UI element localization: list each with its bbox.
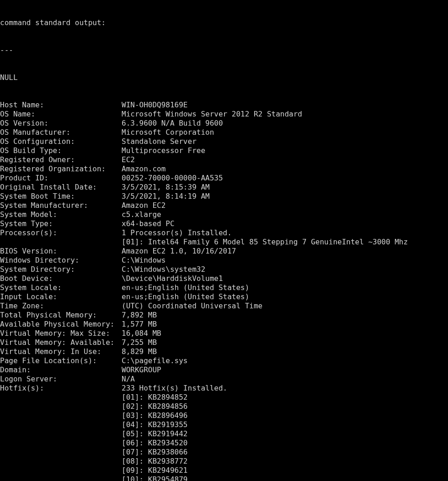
systeminfo-row: Input Locale:en-us;English (United State…	[0, 292, 448, 301]
field-value: [01]: KB2894852	[122, 393, 188, 402]
field-label	[0, 429, 122, 439]
field-value: Standalone Server	[122, 137, 197, 146]
systeminfo-table: Host Name:WIN-OH0DQ98169EOS Name:Microso…	[0, 100, 448, 481]
field-value: Microsoft Corporation	[122, 128, 214, 137]
field-label	[0, 402, 122, 411]
header-line-3: NULL	[0, 73, 448, 82]
field-value: [10]: KB2954879	[122, 475, 188, 481]
systeminfo-row: Product ID:00252-70000-00000-AA535	[0, 174, 448, 183]
field-label: OS Name:	[0, 110, 122, 119]
field-label: Hotfix(s):	[0, 384, 122, 393]
field-value: 1 Processor(s) Installed.	[122, 228, 232, 238]
field-label: System Manufacturer:	[0, 201, 122, 210]
systeminfo-row: Time Zone:(UTC) Coordinated Universal Ti…	[0, 301, 448, 311]
systeminfo-row: Registered Owner:EC2	[0, 155, 448, 164]
systeminfo-row: System Locale:en-us;English (United Stat…	[0, 283, 448, 292]
systeminfo-row: [08]: KB2938772	[0, 457, 448, 466]
field-label	[0, 448, 122, 457]
field-value: [04]: KB2919355	[122, 420, 188, 429]
field-label	[0, 475, 122, 481]
field-value: 3/5/2021, 8:15:39 AM	[122, 183, 210, 192]
systeminfo-row: System Type:x64-based PC	[0, 219, 448, 228]
field-label: Boot Device:	[0, 274, 122, 283]
field-label: System Type:	[0, 219, 122, 228]
field-value: en-us;English (United States)	[122, 283, 249, 292]
systeminfo-row: [06]: KB2934520	[0, 439, 448, 448]
field-label: BIOS Version:	[0, 247, 122, 256]
field-value: Microsoft Windows Server 2012 R2 Standar…	[122, 110, 302, 119]
field-label: System Locale:	[0, 283, 122, 292]
field-label	[0, 420, 122, 429]
systeminfo-row: System Model:c5.xlarge	[0, 210, 448, 219]
systeminfo-row: [01]: KB2894852	[0, 393, 448, 402]
systeminfo-row: Domain:WORKGROUP	[0, 365, 448, 375]
systeminfo-row: Hotfix(s):233 Hotfix(s) Installed.	[0, 384, 448, 393]
systeminfo-row: Virtual Memory: Max Size:16,084 MB	[0, 329, 448, 338]
field-label	[0, 457, 122, 466]
field-label	[0, 411, 122, 420]
systeminfo-row: [07]: KB2938066	[0, 448, 448, 457]
systeminfo-row: System Directory:C:\Windows\system32	[0, 265, 448, 274]
systeminfo-row: Virtual Memory: Available:7,255 MB	[0, 338, 448, 347]
field-label: Total Physical Memory:	[0, 311, 122, 320]
systeminfo-row: Original Install Date:3/5/2021, 8:15:39 …	[0, 183, 448, 192]
field-label: Page File Location(s):	[0, 356, 122, 365]
field-label: OS Manufacturer:	[0, 128, 122, 137]
field-value: Amazon EC2 1.0, 10/16/2017	[122, 247, 236, 256]
systeminfo-row: Page File Location(s):C:\pagefile.sys	[0, 356, 448, 365]
field-label: Registered Owner:	[0, 155, 122, 164]
systeminfo-row: [03]: KB2896496	[0, 411, 448, 420]
field-value: 3/5/2021, 8:14:19 AM	[122, 192, 210, 201]
field-value: WIN-OH0DQ98169E	[122, 100, 188, 110]
field-value: en-us;English (United States)	[122, 292, 249, 301]
field-label: Host Name:	[0, 100, 122, 110]
field-value: (UTC) Coordinated Universal Time	[122, 301, 262, 311]
field-label: Registered Organization:	[0, 164, 122, 174]
field-value: 16,084 MB	[122, 329, 161, 338]
field-value: [08]: KB2938772	[122, 457, 188, 466]
field-label: Product ID:	[0, 174, 122, 183]
field-label: Virtual Memory: Available:	[0, 338, 122, 347]
field-label: System Boot Time:	[0, 192, 122, 201]
field-value: C:\Windows	[122, 256, 165, 265]
field-value: \Device\HarddiskVolume1	[122, 274, 223, 283]
field-label: Processor(s):	[0, 228, 122, 238]
field-label: OS Version:	[0, 119, 122, 128]
field-label	[0, 238, 122, 247]
systeminfo-row: [02]: KB2894856	[0, 402, 448, 411]
field-value: [07]: KB2938066	[122, 448, 188, 457]
field-value: WORKGROUP	[122, 365, 161, 375]
systeminfo-row: Logon Server:N/A	[0, 375, 448, 384]
field-value: [03]: KB2896496	[122, 411, 188, 420]
field-value: [02]: KB2894856	[122, 402, 188, 411]
field-label: Virtual Memory: In Use:	[0, 347, 122, 356]
field-value: x64-based PC	[122, 219, 175, 228]
systeminfo-row: System Manufacturer:Amazon EC2	[0, 201, 448, 210]
systeminfo-row: Total Physical Memory:7,892 MB	[0, 311, 448, 320]
field-label: Virtual Memory: Max Size:	[0, 329, 122, 338]
field-label: OS Build Type:	[0, 146, 122, 155]
systeminfo-row: OS Manufacturer:Microsoft Corporation	[0, 128, 448, 137]
field-value: Amazon EC2	[122, 201, 165, 210]
systeminfo-row: BIOS Version:Amazon EC2 1.0, 10/16/2017	[0, 247, 448, 256]
systeminfo-row: OS Version:6.3.9600 N/A Build 9600	[0, 119, 448, 128]
field-value: 7,255 MB	[122, 338, 157, 347]
systeminfo-row: Host Name:WIN-OH0DQ98169E	[0, 100, 448, 110]
systeminfo-row: [05]: KB2919442	[0, 429, 448, 439]
systeminfo-row: OS Configuration:Standalone Server	[0, 137, 448, 146]
field-label	[0, 393, 122, 402]
systeminfo-row: System Boot Time:3/5/2021, 8:14:19 AM	[0, 192, 448, 201]
field-label: Original Install Date:	[0, 183, 122, 192]
systeminfo-row: [10]: KB2954879	[0, 475, 448, 481]
header-line-1: command standard output:	[0, 18, 448, 27]
field-value: C:\Windows\system32	[122, 265, 205, 274]
terminal-output: command standard output: --- NULL Host N…	[0, 0, 448, 481]
field-value: 6.3.9600 N/A Build 9600	[122, 119, 223, 128]
field-label: Time Zone:	[0, 301, 122, 311]
field-value: 7,892 MB	[122, 311, 157, 320]
field-label: Input Locale:	[0, 292, 122, 301]
field-label: System Directory:	[0, 265, 122, 274]
field-value: 8,829 MB	[122, 347, 157, 356]
field-value: N/A	[122, 375, 135, 384]
field-label: Domain:	[0, 365, 122, 375]
